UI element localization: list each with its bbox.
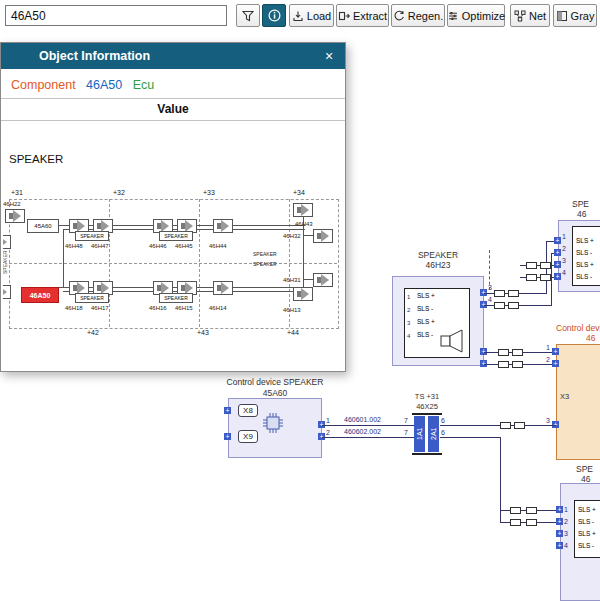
connection-point-icon	[556, 506, 563, 513]
wire-label: 460602.002	[344, 428, 381, 436]
connector-cap-line	[412, 413, 442, 415]
component-label: 46H14	[209, 305, 227, 312]
zone-label: +33	[203, 189, 215, 197]
speaker-icon	[3, 285, 11, 299]
splice-symbol	[540, 274, 551, 281]
connection-point-icon	[552, 348, 559, 355]
component-box: SPEAKER	[75, 231, 109, 241]
connector-pin-tag-1a1[interactable]: 1A1	[414, 416, 425, 452]
pin-number: 1	[546, 344, 550, 352]
wire-segment	[322, 425, 414, 426]
connector-x8-tag: X8	[238, 404, 258, 417]
pin-number: 2	[562, 245, 566, 253]
splice-symbol	[498, 349, 509, 356]
pin-number: 1	[326, 417, 330, 425]
sls-row: SLS +	[578, 506, 596, 514]
splice-symbol	[526, 274, 537, 281]
sls-row: SLS +	[417, 292, 435, 300]
sls-row: SLS -	[578, 542, 594, 550]
app-window: Load Extract Regen. Optimize Net Gray SP…	[0, 0, 600, 601]
pin-number: 7	[404, 429, 408, 437]
component-id-link[interactable]: 46A50	[86, 78, 122, 92]
connection-point-icon	[552, 360, 559, 367]
splice-symbol	[526, 262, 537, 269]
connector-pin-tag-2a1[interactable]: 2A1	[428, 416, 439, 452]
wire-label: 460601.002	[344, 416, 381, 424]
component-label: 46H18	[65, 305, 83, 312]
ctrl-right-box[interactable]	[556, 344, 600, 460]
component-type-link[interactable]: Ecu	[133, 78, 155, 92]
zone-boundary	[9, 263, 337, 264]
speaker-icon	[3, 235, 11, 249]
component-summary-row: Component 46A50 Ecu	[1, 69, 345, 98]
pin-number: 1	[562, 233, 566, 241]
speaker-46h23-type: SPEAKER	[392, 250, 484, 260]
ctrl-45a60-type: Control device SPEAKER	[210, 377, 340, 387]
connector-cap-line	[412, 453, 442, 455]
speaker-icon	[293, 203, 313, 217]
connection-point-icon	[554, 273, 561, 280]
pin-number: 4	[562, 269, 566, 277]
zone-label: +44	[287, 329, 299, 337]
pin-number: 3	[546, 417, 550, 425]
speaker-icon	[5, 209, 25, 223]
component-label: 46H32	[283, 233, 301, 240]
sls-row: SLS +	[576, 237, 594, 245]
splice-symbol	[526, 519, 537, 526]
connection-point-icon	[224, 407, 231, 414]
component-label: 46H16	[149, 305, 167, 312]
sls-row: SLS -	[576, 273, 592, 281]
zone-label: +32	[113, 189, 125, 197]
wire-segment	[63, 229, 64, 287]
sls-row: SLS +	[576, 261, 594, 269]
pin-number: 2	[326, 429, 330, 437]
splice-symbol	[510, 507, 521, 514]
connection-point-icon	[554, 261, 561, 268]
pin-number: 3	[562, 257, 566, 265]
component-box: SPEAKER	[159, 293, 193, 303]
pin-number: 4	[488, 296, 492, 304]
speaker-icon	[313, 229, 333, 243]
schematic-preview[interactable]: +31 +32 +33 +34 +42 +43 +44	[3, 179, 343, 367]
pin-number: 4	[407, 332, 410, 340]
value-cell: SPEAKER +31 +32 +33 +34 +42 +43 +44	[1, 121, 345, 371]
pin-number: 2	[546, 356, 550, 364]
ctrl-right-type: Control device	[556, 323, 600, 333]
component-label: 46H22	[3, 201, 21, 208]
splice-symbol	[508, 302, 519, 309]
connector-x3-label: X3	[560, 393, 569, 401]
speaker-icon	[438, 326, 468, 360]
panel-header[interactable]: Object Information ×	[1, 43, 345, 69]
component-label: 46H17	[91, 305, 109, 312]
component-label: Component	[11, 78, 76, 92]
wire-segment	[322, 437, 414, 438]
splice-symbol	[514, 422, 525, 429]
speaker-icon	[313, 273, 333, 287]
sls-row: SLS +	[578, 530, 596, 538]
component-label: 46H15	[175, 305, 193, 312]
speaker-icon	[213, 281, 233, 295]
component-box: SPEAKER	[159, 231, 193, 241]
pin-number: 7	[404, 417, 408, 425]
ctrl-45a60-id: 45A60	[210, 388, 340, 398]
component-box: SPEAKER	[75, 293, 109, 303]
component-label: 46H44	[209, 243, 227, 250]
splice-symbol	[500, 422, 511, 429]
sls-row: SLS -	[417, 305, 433, 313]
splice-symbol	[498, 361, 509, 368]
pin-number: 4	[564, 542, 568, 550]
pin-number: 3	[564, 530, 568, 538]
component-label: 46H45	[175, 243, 193, 250]
ctrl-right-id: 46	[586, 333, 595, 343]
zone-label: +42	[87, 329, 99, 337]
splice-symbol	[510, 519, 521, 526]
page-break-dashed-line	[489, 250, 490, 290]
connection-point-icon	[556, 518, 563, 525]
splice-symbol	[494, 290, 505, 297]
pin-number: 2	[407, 306, 410, 314]
speaker-icon	[293, 287, 313, 301]
wire-segment	[440, 425, 556, 426]
component-label: 46H31	[283, 277, 301, 284]
close-icon[interactable]: ×	[317, 43, 341, 69]
sls-row: SLS -	[417, 331, 433, 339]
